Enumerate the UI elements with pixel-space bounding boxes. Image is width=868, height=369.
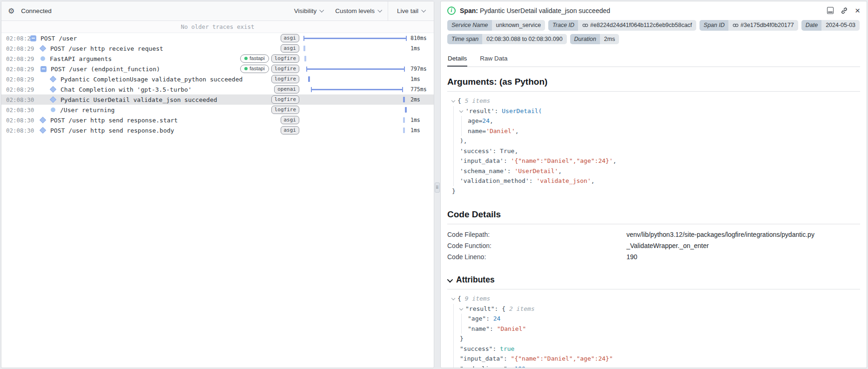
meta-badge-value[interactable]: #3e175db4f0b20177 [728, 20, 798, 31]
row-timestamp: 02:08:29 [1, 86, 30, 93]
code-detail-value: venv/lib/python3.12/site-packages/logfir… [626, 229, 814, 240]
close-icon[interactable]: × [855, 6, 860, 15]
scope-badges: logfire [242, 75, 299, 84]
trace-row[interactable]: 02:08:29FastAPI argumentsfastapilogfire [1, 54, 434, 64]
row-timestamp: 02:08:29 [1, 35, 30, 42]
instant-tick-bar [303, 46, 305, 51]
code-token-plain: } [460, 335, 464, 342]
trace-row[interactable]: 02:08:29POST /user http receive requesta… [1, 43, 434, 54]
row-timestamp: 02:08:30 [1, 107, 30, 114]
trace-row[interactable]: 02:08:29POST /userasgi810ms [1, 33, 434, 43]
code-token-plain: 'success': True, [460, 148, 518, 154]
code-line: "result": { 2 items [447, 304, 860, 314]
settings-gear-icon[interactable]: ⚙ [8, 7, 14, 15]
tab-raw-data[interactable]: Raw Data [479, 53, 508, 67]
code-token-plain: "result": { [465, 305, 509, 312]
code-token-items: 9 items [465, 295, 491, 302]
trace-row[interactable]: 02:08:29Pydantic CompletionUsage validat… [1, 74, 434, 84]
collapse-chevron-icon[interactable] [447, 277, 453, 283]
trace-row[interactable]: 02:08:30Pydantic UserDetail validate_jso… [1, 94, 434, 105]
asgi-badge: asgi [281, 126, 300, 135]
duration-label: 797ms [407, 66, 434, 72]
custom-levels-dropdown[interactable]: Custom levels [335, 7, 381, 14]
code-token-plain: 'result': [465, 107, 502, 114]
code-token-plain: , [490, 117, 493, 124]
live-tail-dropdown[interactable]: Live tail [388, 1, 434, 21]
logfire-badge: logfire [271, 106, 299, 114]
row-timestamp: 02:08:29 [1, 66, 30, 73]
attributes-heading: Attributes [447, 275, 860, 289]
meta-badge-label: Time span [447, 34, 482, 45]
tree-collapse-icon[interactable] [459, 306, 463, 310]
meta-badge-value: 2024-05-03 [821, 20, 860, 31]
code-line: "code.lineno": 190 [447, 364, 860, 369]
resize-grip-icon[interactable] [435, 182, 440, 193]
arguments-code-block: { 5 items'result': UserDetail(age=24,nam… [447, 96, 860, 196]
app: ⚙ Connected Visibility Custom levels Liv… [0, 0, 868, 369]
code-token-str: 'Daniel' [486, 127, 515, 134]
code-detail-label: Code Filepath: [447, 229, 626, 240]
visibility-dropdown[interactable]: Visibility [294, 7, 323, 14]
code-token-plain: ), [460, 137, 467, 144]
code-line: "name": "Daniel" [447, 324, 860, 334]
meta-badge: Trace ID#e8224d24d41f064b112c6eb9cb58cac… [548, 20, 696, 31]
code-token-plain: { [458, 97, 465, 104]
indent-guide [453, 146, 454, 156]
openai-badge: openai [274, 85, 299, 94]
code-token-str: 'UserDetail' [514, 168, 558, 174]
row-timestamp: 02:08:30 [1, 127, 30, 134]
indent-guide [461, 324, 462, 334]
code-line: 'result': UserDetail( [447, 106, 860, 116]
duration-bar-track [303, 86, 407, 93]
meta-badge-label: Duration [570, 34, 600, 45]
chevron-down-icon [319, 7, 324, 12]
indent-guide [453, 176, 454, 186]
code-token-str: "{"name":"Daniel","age":24}" [511, 355, 613, 362]
meta-badge-value: 02:08:30.088 to 02:08:30.090 [482, 34, 566, 45]
panel-resizer[interactable] [434, 1, 440, 368]
duration-bar-track [303, 55, 407, 62]
duration-label: 1ms [407, 127, 434, 134]
indent-guide [461, 314, 462, 324]
trace-row[interactable]: 02:08:30POST /user http send response.st… [1, 115, 434, 125]
collapse-square-icon[interactable] [30, 35, 36, 41]
copy-link-icon[interactable] [841, 7, 848, 14]
span-meta-badges: Service Nameunknown_serviceTrace ID#e822… [447, 20, 860, 44]
custom-levels-dropdown-label: Custom levels [335, 7, 375, 14]
tree-collapse-icon[interactable] [451, 296, 455, 300]
trace-row[interactable]: 02:08:30/User returninglogfire [1, 105, 434, 115]
indent-guide [453, 344, 454, 354]
code-token-num: 190 [514, 365, 525, 369]
connection-status: Connected [21, 7, 51, 14]
tab-details[interactable]: Details [447, 53, 467, 67]
span-kind-label: Span: [460, 7, 478, 14]
instant-tick-bar [405, 107, 407, 113]
code-token-plain: 'schema_name': [460, 168, 514, 174]
span-name: FastAPI arguments [50, 55, 112, 62]
duration-bar-track [303, 45, 407, 52]
scope-badges: asgi [163, 44, 299, 53]
dock-panel-icon[interactable] [827, 7, 834, 14]
asgi-badge: asgi [281, 44, 300, 53]
link-icon [733, 23, 739, 28]
arguments-heading: Arguments: (as Python) [447, 77, 860, 92]
no-older-traces-banner: No older traces exist [1, 21, 434, 33]
row-timestamp: 02:08:30 [1, 96, 30, 103]
trace-row[interactable]: 02:08:30POST /user http send response.bo… [1, 125, 434, 135]
trace-row[interactable]: 02:08:29POST /user (endpoint_function)fa… [1, 64, 434, 74]
meta-badge-value[interactable]: #e8224d24d41f064b112c6eb9cb58cacf [578, 20, 696, 31]
code-token-num: 24 [493, 315, 501, 322]
circle-icon [51, 107, 55, 112]
trace-row[interactable]: 02:08:29Chat Completion with 'gpt-3.5-tu… [1, 84, 434, 94]
meta-badge: Time span02:08:30.088 to 02:08:30.090 [447, 34, 567, 45]
collapse-square-icon[interactable] [40, 66, 47, 72]
tree-collapse-icon[interactable] [451, 99, 455, 102]
code-detail-row: Code Filepath:venv/lib/python3.12/site-p… [447, 229, 860, 240]
indent-guide [453, 334, 454, 344]
code-token-plain: 'validation_method': [460, 177, 536, 184]
tree-collapse-icon[interactable] [459, 108, 463, 112]
scope-badges: openai [192, 85, 299, 94]
span-name: Pydantic UserDetail validate_json succee… [61, 96, 217, 103]
code-token-plain: "input_data": [460, 355, 511, 362]
live-tail-dropdown-label: Live tail [397, 7, 418, 14]
